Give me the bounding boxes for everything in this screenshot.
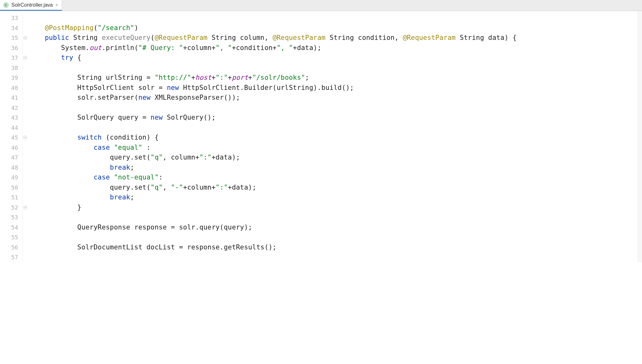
code-line[interactable] [29, 103, 638, 113]
editor-tab-bar: C SolrController.java × [0, 0, 642, 11]
line-number: 40 [0, 83, 22, 93]
line-number-gutter: 3334353637383940414243444546474849505152… [0, 11, 23, 262]
code-line[interactable]: } [29, 203, 638, 213]
code-line[interactable]: HttpSolrClient solr = new HttpSolrClient… [29, 83, 638, 93]
fold-toggle-icon[interactable] [23, 36, 27, 40]
line-number: 48 [0, 163, 22, 173]
line-number: 46 [0, 143, 22, 153]
line-number: 45 [0, 133, 22, 143]
line-number: 56 [0, 242, 22, 253]
code-content[interactable]: @PostMapping("/search") public String ex… [29, 11, 638, 262]
code-line[interactable]: query.set("q", column+":"+data); [29, 153, 638, 163]
line-number: 33 [0, 13, 22, 23]
line-number: 42 [0, 103, 22, 113]
code-line[interactable]: solr.setParser(new XMLResponseParser()); [29, 93, 638, 103]
line-number: 35 [0, 33, 22, 43]
code-line[interactable]: case "equal" : [29, 143, 638, 153]
editor-scrollbar[interactable] [638, 11, 642, 262]
code-line[interactable]: SolrDocumentList docList = response.getR… [29, 242, 638, 253]
code-line[interactable] [29, 63, 638, 73]
code-line[interactable]: @PostMapping("/search") [29, 23, 638, 33]
code-line[interactable] [29, 212, 638, 223]
line-number: 39 [0, 73, 22, 83]
line-number: 57 [0, 252, 22, 262]
line-number: 49 [0, 173, 22, 183]
code-line[interactable]: case "not-equal": [29, 173, 638, 183]
svg-text:C: C [5, 3, 7, 7]
code-editor[interactable]: 3334353637383940414243444546474849505152… [0, 11, 642, 262]
fold-gutter[interactable] [23, 11, 29, 262]
fold-toggle-icon[interactable] [23, 206, 27, 210]
fold-toggle-icon[interactable] [23, 56, 27, 60]
code-line[interactable] [29, 123, 638, 133]
fold-toggle-icon[interactable] [23, 136, 27, 140]
code-line[interactable] [29, 252, 638, 262]
code-line[interactable] [29, 232, 638, 242]
line-number: 51 [0, 192, 22, 203]
line-number: 52 [0, 203, 22, 213]
tab-filename: SolrController.java [11, 2, 53, 8]
line-number: 43 [0, 113, 22, 123]
line-number: 50 [0, 183, 22, 193]
code-line[interactable]: break; [29, 192, 638, 203]
code-line[interactable]: break; [29, 163, 638, 173]
code-line[interactable]: public String executeQuery(@RequestParam… [29, 33, 638, 43]
line-number: 44 [0, 123, 22, 133]
code-line[interactable]: query.set("q", "-"+column+":"+data); [29, 183, 638, 193]
code-line[interactable]: try { [29, 53, 638, 63]
line-number: 55 [0, 232, 22, 242]
code-line[interactable]: String urlString = "http://"+host+":"+po… [29, 73, 638, 83]
code-line[interactable] [29, 13, 638, 23]
line-number: 41 [0, 93, 22, 103]
code-line[interactable]: switch (condition) { [29, 133, 638, 143]
class-file-icon: C [3, 2, 9, 8]
line-number: 54 [0, 223, 22, 233]
line-number: 36 [0, 43, 22, 53]
code-line[interactable]: System.out.println("# Query: "+column+",… [29, 43, 638, 53]
line-number: 47 [0, 153, 22, 163]
line-number: 37 [0, 53, 22, 63]
editor-tab-active[interactable]: C SolrController.java × [0, 0, 62, 11]
line-number: 53 [0, 212, 22, 223]
line-number: 38 [0, 63, 22, 73]
close-tab-icon[interactable]: × [55, 3, 58, 8]
line-number: 34 [0, 23, 22, 33]
code-line[interactable]: SolrQuery query = new SolrQuery(); [29, 113, 638, 123]
code-line[interactable]: QueryResponse response = solr.query(quer… [29, 223, 638, 233]
